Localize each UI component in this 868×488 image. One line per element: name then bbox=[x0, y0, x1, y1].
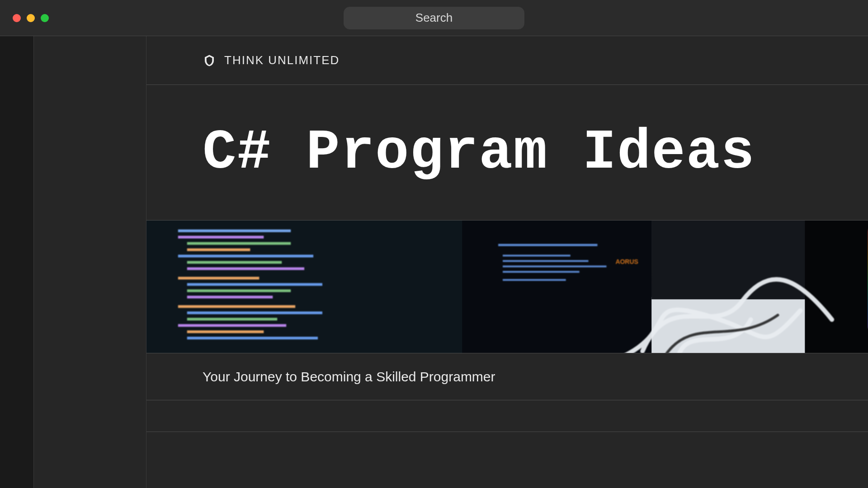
svg-rect-19 bbox=[462, 221, 651, 353]
svg-rect-14 bbox=[187, 311, 322, 314]
window-controls bbox=[13, 14, 49, 22]
svg-rect-22 bbox=[503, 260, 589, 262]
subtitle-row: Your Journey to Becoming a Skilled Progr… bbox=[146, 353, 868, 400]
workspace: THINK UNLIMITED C# Program Ideas bbox=[0, 36, 868, 488]
content-row-empty-2 bbox=[146, 432, 868, 464]
window-titlebar bbox=[0, 0, 868, 36]
brand-shield-icon bbox=[203, 54, 216, 67]
svg-rect-29 bbox=[805, 221, 868, 353]
svg-text:AORUS: AORUS bbox=[615, 258, 638, 265]
svg-rect-23 bbox=[503, 266, 606, 267]
svg-rect-18 bbox=[187, 337, 318, 339]
svg-rect-8 bbox=[187, 267, 304, 270]
svg-rect-13 bbox=[178, 305, 295, 308]
svg-rect-10 bbox=[187, 283, 322, 286]
svg-rect-20 bbox=[498, 244, 597, 246]
search-container bbox=[344, 7, 524, 29]
svg-rect-15 bbox=[187, 318, 278, 320]
search-input[interactable] bbox=[344, 7, 524, 29]
sidebar-strip bbox=[33, 36, 146, 488]
svg-rect-5 bbox=[187, 249, 250, 251]
page-title: C# Program Ideas bbox=[203, 121, 755, 184]
content-row-empty-1 bbox=[146, 400, 868, 432]
svg-rect-9 bbox=[178, 277, 259, 280]
window-close-button[interactable] bbox=[13, 14, 21, 22]
svg-rect-11 bbox=[187, 289, 291, 292]
window-maximize-button[interactable] bbox=[41, 14, 49, 22]
svg-rect-6 bbox=[178, 255, 313, 258]
svg-rect-7 bbox=[187, 261, 282, 264]
svg-rect-4 bbox=[187, 242, 291, 245]
svg-rect-16 bbox=[178, 324, 286, 327]
brand-name: THINK UNLIMITED bbox=[224, 53, 340, 67]
brand-row: THINK UNLIMITED bbox=[146, 36, 868, 85]
hero-image-row: AORUS bbox=[146, 221, 868, 353]
svg-rect-3 bbox=[178, 236, 264, 239]
svg-rect-21 bbox=[503, 255, 571, 257]
hero-title-row: C# Program Ideas bbox=[146, 85, 868, 221]
page-subtitle: Your Journey to Becoming a Skilled Progr… bbox=[203, 369, 495, 385]
svg-rect-12 bbox=[187, 296, 273, 298]
hero-image: AORUS bbox=[146, 221, 868, 353]
window-minimize-button[interactable] bbox=[27, 14, 35, 22]
svg-rect-25 bbox=[503, 279, 566, 281]
svg-rect-2 bbox=[178, 230, 291, 232]
svg-rect-24 bbox=[503, 271, 580, 273]
svg-rect-17 bbox=[187, 330, 264, 333]
left-gutter bbox=[0, 36, 33, 488]
main-content: THINK UNLIMITED C# Program Ideas bbox=[146, 36, 868, 488]
